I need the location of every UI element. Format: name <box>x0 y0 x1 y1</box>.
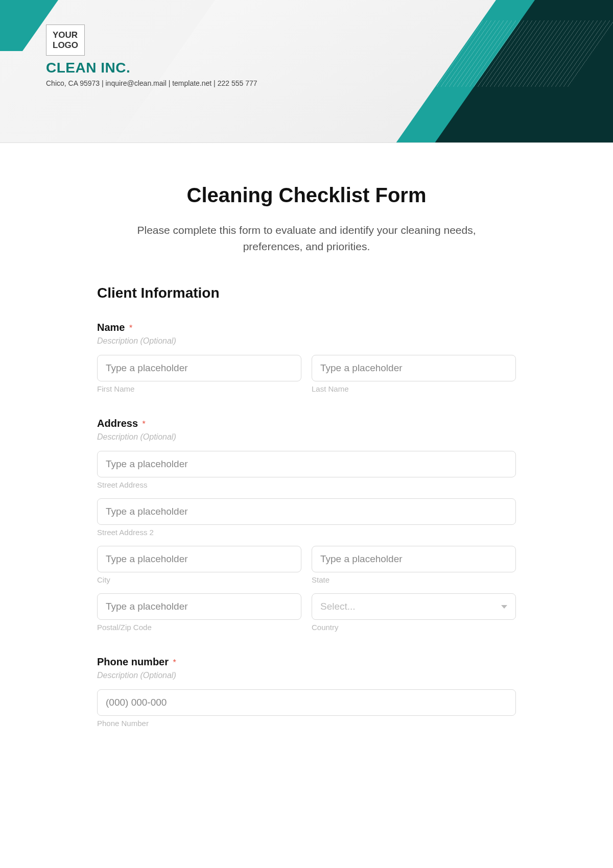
postal-input[interactable] <box>97 593 301 620</box>
section-client-info: Client Information <box>97 285 516 301</box>
state-sublabel: State <box>312 575 516 584</box>
postal-sublabel: Postal/Zip Code <box>97 623 301 632</box>
field-group-phone: Phone number * Description (Optional) Ph… <box>97 656 516 728</box>
name-label: Name <box>97 322 125 333</box>
city-input[interactable] <box>97 546 301 572</box>
chevron-down-icon <box>501 605 507 609</box>
form-content: Cleaning Checklist Form Please complete … <box>66 143 547 773</box>
last-name-input[interactable] <box>312 355 516 381</box>
street-address2-sublabel: Street Address 2 <box>97 528 516 537</box>
city-sublabel: City <box>97 575 301 584</box>
name-description: Description (Optional) <box>97 336 516 346</box>
field-group-name: Name * Description (Optional) First Name… <box>97 322 516 393</box>
state-input[interactable] <box>312 546 516 572</box>
logo-line1: YOUR <box>53 30 78 40</box>
first-name-input[interactable] <box>97 355 301 381</box>
phone-description: Description (Optional) <box>97 671 516 680</box>
phone-sublabel: Phone Number <box>97 719 516 728</box>
logo-line2: LOGO <box>53 40 78 50</box>
street-address-input[interactable] <box>97 451 516 477</box>
form-title: Cleaning Checklist Form <box>97 184 516 207</box>
required-star-icon: * <box>142 420 145 428</box>
form-intro: Please complete this form to evaluate an… <box>97 222 516 254</box>
first-name-sublabel: First Name <box>97 384 301 393</box>
header-banner: YOUR LOGO CLEAN INC. Chico, CA 95973 | i… <box>0 0 613 143</box>
required-star-icon: * <box>173 658 176 667</box>
company-contact: Chico, CA 95973 | inquire@clean.mail | t… <box>46 79 257 87</box>
street-address2-input[interactable] <box>97 498 516 525</box>
country-sublabel: Country <box>312 623 516 632</box>
phone-label: Phone number <box>97 656 169 668</box>
country-select[interactable]: Select... <box>312 593 516 620</box>
street-address-sublabel: Street Address <box>97 480 516 489</box>
last-name-sublabel: Last Name <box>312 384 516 393</box>
required-star-icon: * <box>129 324 132 332</box>
field-group-address: Address * Description (Optional) Street … <box>97 418 516 632</box>
phone-input[interactable] <box>97 689 516 716</box>
address-label: Address <box>97 418 138 429</box>
country-select-placeholder: Select... <box>320 601 356 612</box>
brand-block: YOUR LOGO CLEAN INC. Chico, CA 95973 | i… <box>46 25 257 87</box>
logo-placeholder: YOUR LOGO <box>46 25 85 56</box>
company-name: CLEAN INC. <box>46 60 257 76</box>
address-description: Description (Optional) <box>97 432 516 442</box>
